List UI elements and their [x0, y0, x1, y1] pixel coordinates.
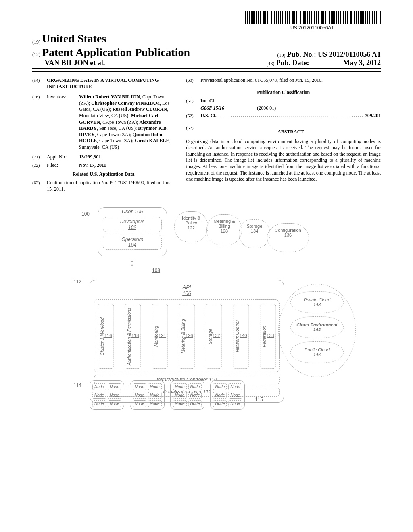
cloud-environment: Cloud Environment144: [290, 316, 344, 338]
provisional-text: Provisional application No. 61/355,078, …: [200, 77, 381, 84]
node-cell: Node: [228, 400, 242, 407]
node-group: NodeNodeNodeNodeNodeNode: [130, 380, 165, 410]
publication-type: Patent Application Publication: [42, 46, 190, 58]
inventors-list: Willem Robert VAN BILJON, Cape Town (ZA)…: [79, 94, 175, 150]
operators-box: Operators104: [103, 235, 162, 250]
ref-115: 115: [255, 397, 263, 402]
node-cell: Node: [188, 392, 202, 399]
node-cell: Node: [173, 383, 187, 390]
filed-date: Nov. 17, 2011: [79, 162, 175, 169]
node-cell: Node: [228, 383, 242, 390]
controllers-row: Cluster & Workload116Authentication & Pe…: [94, 299, 280, 372]
identity-cloud: Identity & Policy122: [174, 211, 208, 242]
user-title: User 105: [122, 208, 143, 214]
pub-no: US 2012/0110056 A1: [318, 50, 381, 58]
node-group: NodeNodeNodeNodeNodeNode: [90, 380, 124, 410]
node-cell: Node: [213, 383, 227, 390]
api-label: API: [183, 284, 191, 290]
controller-monitoring: Monitoring124: [152, 304, 168, 369]
storage-cloud: Storage134: [239, 219, 270, 248]
node-cell: Node: [108, 392, 121, 399]
tag-21: (21): [32, 154, 47, 160]
tag-57: (57): [186, 125, 200, 138]
ref-114: 114: [73, 382, 81, 388]
node-cell: Node: [92, 392, 106, 399]
controller-cluster-workload: Cluster & Workload116: [98, 304, 114, 369]
node-cell: Node: [108, 383, 121, 390]
ref-112: 112: [73, 279, 81, 285]
node-cell: Node: [92, 383, 106, 390]
cloud-federation-box: Private Cloud148 Cloud Environment144 Pu…: [278, 284, 356, 377]
controller-federation: Federation133: [260, 304, 276, 369]
pub-date-label: Pub. Date:: [276, 59, 309, 67]
config-cloud: Configuration136: [267, 223, 309, 252]
nodes-wrap: NodeNodeNodeNodeNodeNodeNodeNodeNodeNode…: [90, 380, 245, 410]
node-cell: Node: [173, 392, 187, 399]
ref-100: 100: [81, 211, 90, 217]
controller-network-control: Network Control140: [233, 304, 249, 369]
tag-19: (19): [32, 39, 40, 45]
metering-cloud: Metering & Billing128: [206, 214, 242, 245]
pub-no-label: Pub. No.:: [287, 50, 316, 58]
node-cell: Node: [133, 392, 146, 399]
controller-metering-billing: Metering & Billing126: [179, 304, 195, 369]
header-rule-2: [32, 71, 381, 72]
continuation-text: Continuation of application No. PCT/US11…: [47, 180, 175, 192]
node-cell: Node: [133, 383, 146, 390]
tag-51: (51): [186, 98, 200, 104]
intcl-date: (2006.01): [257, 105, 276, 112]
appl-no-label: Appl. No.:: [47, 154, 79, 160]
public-cloud: Public Cloud146: [290, 341, 344, 363]
country: United States: [42, 32, 106, 45]
tag-54: (54): [32, 77, 47, 90]
arrow-down-icon: ↕: [130, 258, 134, 268]
node-cell: Node: [188, 400, 202, 407]
classification-heading: Publication Classification: [186, 89, 381, 96]
filed-label: Filed:: [47, 162, 79, 169]
node-cell: Node: [148, 400, 162, 407]
left-column: (54) ORGANIZING DATA IN A VIRTUAL COMPUT…: [32, 77, 175, 195]
node-cell: Node: [228, 392, 242, 399]
developers-box: Developers102: [103, 217, 162, 232]
node-cell: Node: [213, 392, 227, 399]
uscl-dots: [217, 113, 363, 119]
node-cell: Node: [173, 400, 187, 407]
controller-storage: Storage132: [206, 304, 222, 369]
tag-60: (60): [186, 77, 200, 84]
related-data-heading: Related U.S. Application Data: [32, 171, 175, 178]
ref-108: 108: [152, 268, 160, 273]
right-column: (60) Provisional application No. 61/355,…: [186, 77, 381, 195]
node-cell: Node: [148, 383, 162, 390]
node-group: NodeNodeNodeNodeNodeNode: [210, 380, 245, 410]
pub-date: May 3, 2012: [343, 59, 381, 67]
uscl-code: 709/201: [363, 113, 381, 119]
private-cloud: Private Cloud148: [290, 291, 344, 313]
user-box: User 105 Developers102 Operators104: [98, 207, 167, 256]
barcode: US 20120110056A1: [244, 11, 381, 31]
node-group: NodeNodeNodeNodeNodeNode: [170, 380, 205, 410]
header-rule-1: [32, 68, 381, 69]
tag-52: (52): [186, 113, 200, 119]
node-cell: Node: [108, 400, 121, 407]
uscl-label: U.S. Cl.: [200, 113, 216, 119]
invention-title: ORGANIZING DATA IN A VIRTUAL COMPUTING I…: [47, 77, 175, 90]
abstract-text: Organizing data in a cloud computing env…: [186, 139, 381, 183]
intcl-label: Int. Cl.: [200, 98, 215, 104]
tag-63: (63): [32, 180, 47, 192]
tag-10: (10): [277, 52, 285, 58]
tag-22: (22): [32, 162, 47, 169]
tag-76: (76): [32, 94, 47, 150]
tag-43: (43): [267, 61, 275, 66]
abstract-heading: ABSTRACT: [200, 129, 381, 135]
node-cell: Node: [188, 383, 202, 390]
tag-12: (12): [32, 52, 40, 57]
inventors-label: Inventors:: [47, 94, 79, 150]
node-cell: Node: [133, 400, 146, 407]
node-cell: Node: [148, 392, 162, 399]
node-cell: Node: [92, 400, 106, 407]
figure-1: 100 User 105 Developers102 Operators104 …: [61, 207, 352, 433]
appl-no: 13/299,301: [79, 154, 175, 160]
api-ref: 106: [182, 290, 191, 296]
intcl-code: G06F 15/16: [200, 105, 241, 112]
header-authors: VAN BILJON et al.: [45, 59, 105, 67]
